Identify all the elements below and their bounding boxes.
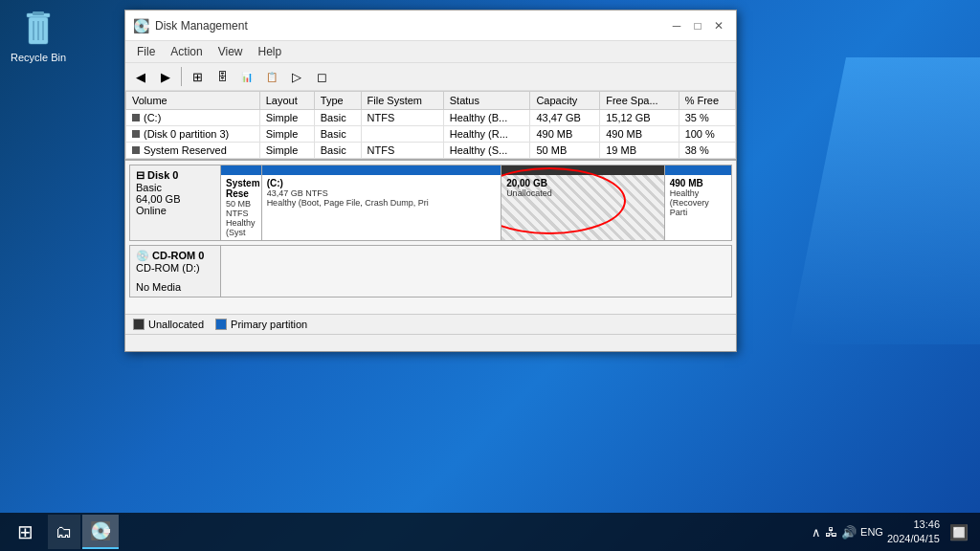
recycle-bin-icon bbox=[19, 10, 57, 48]
toolbar-sep-1 bbox=[181, 67, 182, 86]
desktop: Recycle Bin 💽 Disk Management ─ □ ✕ File… bbox=[0, 0, 980, 551]
title-bar: 💽 Disk Management ─ □ ✕ bbox=[125, 11, 736, 41]
col-layout: Layout bbox=[259, 92, 314, 110]
window-title: Disk Management bbox=[155, 19, 248, 33]
cell-fs-1 bbox=[361, 126, 443, 143]
partition-c[interactable]: (C:) 43,47 GB NTFS Healthy (Boot, Page F… bbox=[262, 165, 502, 240]
partition-info1-recovery: Healthy (Recovery Parti bbox=[670, 188, 726, 217]
clock-date: 2024/04/15 bbox=[887, 532, 940, 546]
tray-network-icon[interactable]: 🖧 bbox=[825, 525, 837, 540]
title-controls: ─ □ ✕ bbox=[667, 16, 728, 35]
menu-bar: File Action View Help bbox=[125, 41, 736, 63]
toolbar-btn-5[interactable]: ▷ bbox=[285, 66, 308, 87]
legend-label-primary: Primary partition bbox=[231, 319, 307, 330]
taskbar-tray: ∧ 🖧 🔊 ENG 13:46 2024/04/15 🔲 bbox=[812, 518, 976, 547]
disk0-title: ⊟ Disk 0 bbox=[136, 169, 214, 182]
col-filesystem: File System bbox=[361, 92, 443, 110]
clock-time: 13:46 bbox=[887, 518, 940, 532]
tray-lang[interactable]: ENG bbox=[860, 526, 883, 538]
decorative-shape bbox=[789, 57, 980, 344]
cdrom0-type: CD-ROM (D:) bbox=[136, 262, 214, 274]
toolbar-btn-6[interactable]: ◻ bbox=[310, 66, 333, 87]
cell-pct-0: 35 % bbox=[679, 110, 735, 126]
disk0-label: ⊟ Disk 0 Basic 64,00 GB Online bbox=[130, 165, 221, 240]
window-icon: 💽 bbox=[133, 18, 149, 33]
notification-icon[interactable]: 🔲 bbox=[949, 523, 969, 541]
disk0-status: Online bbox=[136, 205, 214, 216]
forward-button[interactable]: ▶ bbox=[154, 66, 177, 87]
cdrom0-status: No Media bbox=[136, 281, 214, 293]
title-bar-left: 💽 Disk Management bbox=[133, 18, 248, 33]
col-pct: % Free bbox=[679, 92, 735, 110]
back-button[interactable]: ◀ bbox=[129, 66, 152, 87]
cell-pct-1: 100 % bbox=[679, 126, 735, 143]
cell-layout-0: Simple bbox=[259, 110, 314, 126]
toolbar-btn-1[interactable]: ⊞ bbox=[186, 66, 209, 87]
partition-info2-sysres: Healthy (Syst bbox=[226, 218, 256, 237]
maximize-button[interactable]: □ bbox=[688, 16, 707, 35]
cell-status-2: Healthy (S... bbox=[443, 143, 530, 159]
table-row[interactable]: (C:) Simple Basic NTFS Healthy (B... 43,… bbox=[126, 110, 736, 126]
cell-free-2: 19 MB bbox=[600, 143, 679, 159]
toolbar: ◀ ▶ ⊞ 🗄 📊 📋 ▷ ◻ bbox=[125, 63, 736, 91]
toolbar-btn-2[interactable]: 🗄 bbox=[211, 66, 234, 87]
partition-info1-sysres: 50 MB NTFS bbox=[226, 199, 256, 218]
main-content: Volume Layout Type File System Status Ca… bbox=[125, 91, 736, 351]
partition-header-recovery bbox=[665, 165, 731, 175]
legend-label-unallocated: Unallocated bbox=[148, 319, 204, 330]
start-button[interactable]: ⊞ bbox=[4, 515, 46, 549]
taskbar-explorer-button[interactable]: 🗂 bbox=[48, 515, 80, 549]
minimize-button[interactable]: ─ bbox=[667, 16, 686, 35]
cell-status-0: Healthy (B... bbox=[443, 110, 530, 126]
partition-info1-c: 43,47 GB NTFS bbox=[267, 188, 497, 198]
cell-volume-2: System Reserved bbox=[126, 143, 260, 159]
tray-volume-icon[interactable]: 🔊 bbox=[841, 525, 857, 540]
tray-chevron-icon[interactable]: ∧ bbox=[812, 525, 821, 540]
cell-free-1: 490 MB bbox=[600, 126, 679, 143]
cdrom0-label: 💿 CD-ROM 0 CD-ROM (D:) No Media bbox=[130, 246, 221, 297]
legend-box-unallocated bbox=[133, 319, 145, 330]
cdrom0-partitions bbox=[221, 246, 731, 297]
table-row[interactable]: System Reserved Simple Basic NTFS Health… bbox=[126, 143, 736, 159]
cdrom0-row: 💿 CD-ROM 0 CD-ROM (D:) No Media bbox=[129, 245, 732, 298]
cdrom0-title: 💿 CD-ROM 0 bbox=[136, 250, 214, 262]
cell-status-1: Healthy (R... bbox=[443, 126, 530, 143]
menu-action[interactable]: Action bbox=[163, 43, 210, 60]
close-button[interactable]: ✕ bbox=[709, 16, 728, 35]
toolbar-btn-4[interactable]: 📋 bbox=[260, 66, 283, 87]
disk-visual-area: ⊟ Disk 0 Basic 64,00 GB Online System Re… bbox=[125, 161, 736, 314]
menu-view[interactable]: View bbox=[211, 43, 251, 60]
partition-name-recovery: 490 MB bbox=[670, 178, 726, 188]
legend-unallocated: Unallocated bbox=[133, 319, 204, 330]
col-status: Status bbox=[443, 92, 530, 110]
disk0-type: Basic bbox=[136, 182, 214, 193]
tray-icons: ∧ 🖧 🔊 ENG bbox=[812, 525, 883, 540]
taskbar: ⊞ 🗂 💽 ∧ 🖧 🔊 ENG 13:46 2024/04/15 🔲 bbox=[0, 513, 980, 551]
partition-system-reserved[interactable]: System Rese 50 MB NTFS Healthy (Syst bbox=[221, 165, 262, 240]
menu-help[interactable]: Help bbox=[251, 43, 290, 60]
table-row[interactable]: (Disk 0 partition 3) Simple Basic Health… bbox=[126, 126, 736, 143]
cell-type-2: Basic bbox=[314, 143, 361, 159]
partition-name-c: (C:) bbox=[267, 178, 497, 188]
toolbar-btn-3[interactable]: 📊 bbox=[235, 66, 258, 87]
cell-layout-1: Simple bbox=[259, 126, 314, 143]
partition-info2-c: Healthy (Boot, Page File, Crash Dump, Pr… bbox=[267, 198, 497, 208]
cell-pct-2: 38 % bbox=[679, 143, 735, 159]
cell-fs-2: NTFS bbox=[361, 143, 443, 159]
cell-volume-1: (Disk 0 partition 3) bbox=[126, 126, 260, 143]
cell-capacity-0: 43,47 GB bbox=[530, 110, 600, 126]
col-free: Free Spa... bbox=[600, 92, 679, 110]
taskbar-diskmgmt-button[interactable]: 💽 bbox=[82, 515, 119, 549]
partition-header-c bbox=[262, 165, 501, 175]
recycle-bin[interactable]: Recycle Bin bbox=[10, 10, 67, 63]
cell-type-0: Basic bbox=[314, 110, 361, 126]
recycle-bin-label: Recycle Bin bbox=[11, 52, 66, 63]
menu-file[interactable]: File bbox=[129, 43, 163, 60]
partition-recovery[interactable]: 490 MB Healthy (Recovery Parti bbox=[665, 165, 731, 240]
partition-unallocated[interactable]: 20,00 GB Unallocated bbox=[501, 165, 665, 240]
cell-fs-0: NTFS bbox=[361, 110, 443, 126]
partition-info1-unalloc: Unallocated bbox=[506, 188, 659, 198]
legend: Unallocated Primary partition bbox=[125, 314, 736, 334]
clock-area[interactable]: 13:46 2024/04/15 bbox=[887, 518, 940, 547]
col-volume: Volume bbox=[126, 92, 260, 110]
